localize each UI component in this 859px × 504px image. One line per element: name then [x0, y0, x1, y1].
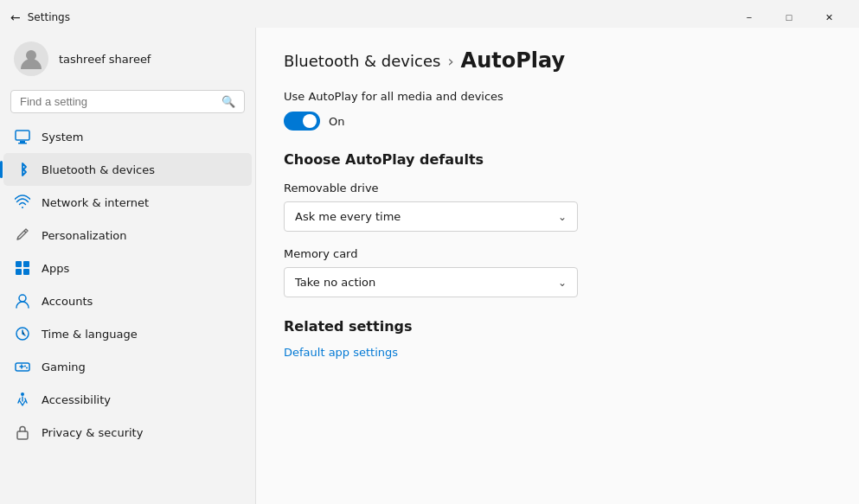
- sidebar-item-accounts[interactable]: Accounts: [3, 284, 252, 317]
- svg-rect-5: [23, 261, 29, 267]
- related-settings: Related settings Default app settings: [284, 318, 831, 360]
- sidebar-item-label: Bluetooth & devices: [42, 163, 155, 176]
- main-content: Bluetooth & devices › AutoPlay Use AutoP…: [256, 28, 859, 504]
- user-section: tashreef shareef: [0, 28, 255, 86]
- svg-point-12: [26, 367, 28, 369]
- gaming-icon: [14, 358, 31, 375]
- svg-rect-1: [16, 131, 29, 140]
- removable-drive-label: Removable drive: [284, 182, 831, 195]
- breadcrumb-current: AutoPlay: [461, 48, 566, 73]
- system-icon: [14, 128, 31, 145]
- chevron-down-icon: ⌄: [558, 211, 567, 223]
- sidebar-item-label: Network & internet: [42, 196, 149, 209]
- accessibility-icon: [14, 391, 31, 408]
- app-body: tashreef shareef 🔍 System Bluetooth & de…: [0, 28, 859, 504]
- title-bar-left: ← Settings: [10, 10, 70, 24]
- defaults-section: Choose AutoPlay defaults Removable drive…: [284, 151, 831, 297]
- sidebar-item-label: Personalization: [42, 229, 127, 242]
- svg-point-13: [21, 392, 24, 396]
- sidebar-item-gaming[interactable]: Gaming: [3, 350, 252, 383]
- toggle-on-text: On: [329, 115, 344, 128]
- breadcrumb-parent[interactable]: Bluetooth & devices: [284, 52, 440, 70]
- svg-rect-2: [20, 141, 25, 143]
- toggle-row: On: [284, 112, 831, 131]
- back-icon[interactable]: ←: [10, 10, 21, 24]
- autoplay-toggle-section: Use AutoPlay for all media and devices O…: [284, 90, 831, 131]
- sidebar-item-label: Accounts: [42, 295, 93, 308]
- title-bar: ← Settings − □ ✕: [0, 0, 859, 28]
- svg-rect-14: [17, 431, 28, 439]
- default-app-settings-link[interactable]: Default app settings: [284, 346, 398, 359]
- bluetooth-icon: [14, 161, 31, 178]
- sidebar-item-network[interactable]: Network & internet: [3, 186, 252, 219]
- network-icon: [14, 194, 31, 211]
- memory-card-value: Take no action: [295, 276, 375, 289]
- breadcrumb: Bluetooth & devices › AutoPlay: [284, 48, 831, 73]
- avatar: [14, 41, 48, 76]
- related-title: Related settings: [284, 318, 831, 335]
- sidebar-item-label: Gaming: [42, 360, 86, 373]
- app-title: Settings: [28, 11, 70, 23]
- search-input[interactable]: [20, 95, 215, 108]
- svg-point-8: [19, 295, 26, 302]
- svg-rect-6: [16, 269, 22, 275]
- username: tashreef shareef: [59, 53, 151, 66]
- svg-point-11: [24, 366, 26, 367]
- sidebar-item-personalization[interactable]: Personalization: [3, 219, 252, 252]
- sidebar-item-apps[interactable]: Apps: [3, 252, 252, 284]
- sidebar-item-bluetooth[interactable]: Bluetooth & devices: [3, 153, 252, 186]
- svg-rect-3: [18, 143, 27, 144]
- nav-items: System Bluetooth & devices Network & int…: [0, 120, 255, 449]
- accounts-icon: [14, 292, 31, 309]
- sidebar-item-time[interactable]: Time & language: [3, 317, 252, 350]
- search-icon: 🔍: [221, 95, 235, 108]
- removable-drive-value: Ask me every time: [295, 210, 401, 223]
- sidebar-item-accessibility[interactable]: Accessibility: [3, 383, 252, 416]
- autoplay-label: Use AutoPlay for all media and devices: [284, 90, 831, 103]
- breadcrumb-separator: ›: [447, 52, 453, 70]
- sidebar-item-privacy[interactable]: Privacy & security: [3, 416, 252, 449]
- removable-drive-dropdown[interactable]: Ask me every time ⌄: [284, 201, 578, 232]
- svg-rect-4: [16, 261, 22, 267]
- search-box[interactable]: 🔍: [10, 90, 245, 113]
- section-title: Choose AutoPlay defaults: [284, 151, 831, 168]
- sidebar: tashreef shareef 🔍 System Bluetooth & de…: [0, 28, 255, 504]
- privacy-icon: [14, 424, 31, 441]
- svg-rect-7: [23, 269, 29, 275]
- autoplay-toggle[interactable]: [284, 112, 320, 131]
- sidebar-item-label: Privacy & security: [42, 426, 143, 439]
- memory-card-dropdown[interactable]: Take no action ⌄: [284, 267, 578, 297]
- sidebar-item-label: System: [42, 131, 83, 144]
- memory-card-label: Memory card: [284, 247, 831, 260]
- sidebar-item-system[interactable]: System: [3, 120, 252, 153]
- apps-icon: [14, 259, 31, 277]
- chevron-down-icon: ⌄: [558, 277, 567, 289]
- sidebar-item-label: Apps: [42, 262, 69, 275]
- sidebar-item-label: Time & language: [42, 328, 138, 341]
- time-icon: [14, 325, 31, 342]
- sidebar-item-label: Accessibility: [42, 393, 111, 406]
- personalization-icon: [14, 226, 31, 244]
